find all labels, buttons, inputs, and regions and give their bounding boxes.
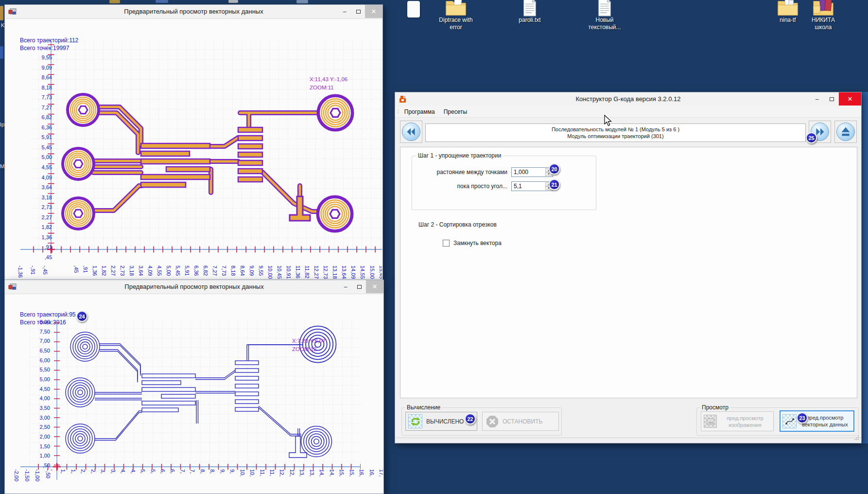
- view-legend: Просмотр: [700, 404, 730, 411]
- y-tick-label: ,50: [43, 463, 50, 468]
- y-tick-label: 3,50: [40, 406, 50, 411]
- x-tick-label: 16,: [368, 469, 375, 493]
- x-tick-label: 6,36: [193, 265, 199, 279]
- close-vectors-checkbox[interactable]: [443, 240, 450, 247]
- x-tick-label: 9,: [229, 469, 235, 493]
- angle-spinner[interactable]: 5,1 ▲▼: [511, 181, 553, 191]
- y-axis-labels: 9,559,098,648,187,737,276,826,365,915,45…: [22, 55, 52, 260]
- cut-icon-sliver: [156, 0, 168, 3]
- x-tick-label: 15,: [338, 469, 345, 493]
- y-axis-labels: 8,007,507,006,506,005,505,004,504,003,50…: [21, 319, 50, 468]
- y-tick-label: 2,73: [42, 205, 52, 210]
- cursor-coords-readout: X:11,43 Y:-1,06 ZOOM:11: [310, 75, 347, 92]
- menu-item-program[interactable]: Программа: [400, 107, 439, 117]
- x-tick-label: 10,: [239, 469, 245, 493]
- annotation-badge-24: 24: [76, 311, 87, 322]
- angle-value: 5,1: [514, 183, 522, 190]
- y-tick-label: 8,18: [42, 85, 52, 90]
- preview-image-label-line2: изображения: [717, 422, 773, 428]
- y-tick-label: 6,00: [40, 358, 50, 363]
- close-button[interactable]: ✕: [366, 280, 383, 293]
- desktop-icon-label: текстовый...: [579, 24, 630, 31]
- run-module-button[interactable]: [834, 121, 857, 143]
- x-tick-label: 12,: [278, 469, 285, 493]
- y-tick-label: 6,36: [42, 125, 52, 130]
- x-tick-label: 14,09: [350, 265, 356, 279]
- x-tick-label: 13,18: [331, 265, 338, 279]
- y-tick-label: 8,00: [40, 319, 50, 325]
- x-tick-label: ,45: [73, 265, 79, 279]
- resize-grip-icon[interactable]: [854, 433, 859, 442]
- window-titlebar[interactable]: Предварительный просмотр векторных данны…: [5, 280, 383, 294]
- preview-image-label-line1: пред.просмотр: [717, 415, 773, 422]
- calculation-legend: Вычисление: [405, 404, 442, 411]
- x-tick-label: 13,: [298, 469, 305, 493]
- desktop-icon-label: paroli.txt: [504, 17, 555, 24]
- minimize-button[interactable]: –: [810, 92, 824, 106]
- y-tick-label: 2,00: [40, 434, 50, 440]
- x-tick-label: 14,: [329, 469, 335, 493]
- y-tick-label: 5,91: [42, 135, 52, 140]
- x-tick-label: 1,36: [91, 265, 98, 279]
- cut-icon-label: Ip: [0, 122, 4, 127]
- x-tick-label: 12,73: [322, 265, 329, 279]
- x-tick-label: -1,50: [24, 469, 30, 493]
- window-title: Предварительный просмотр векторных данны…: [5, 5, 382, 18]
- distance-spinner[interactable]: 1,000 ▲▼: [511, 167, 553, 177]
- y-tick-label: 9,09: [42, 65, 52, 71]
- maximize-button[interactable]: [351, 5, 365, 18]
- close-vectors-checkbox-label: Замкнуть вектора: [453, 240, 502, 247]
- x-tick-label: 7,: [189, 469, 195, 493]
- desktop-icon-diptrace[interactable]: Diptrace with error: [431, 0, 481, 31]
- maximize-button[interactable]: [352, 280, 366, 293]
- x-tick-label: 14,55: [359, 265, 365, 279]
- y-tick-label: 9,55: [42, 55, 52, 60]
- cursor-coords-readout: X:7,20 Y:6,07 ZOOM:12: [292, 337, 326, 353]
- desktop-icon-nikita[interactable]: НИКИТА школа: [798, 0, 849, 31]
- close-button[interactable]: ✕: [839, 92, 861, 106]
- preview-vector-button[interactable]: пред.просмотр векторных данных: [780, 410, 854, 432]
- stop-button-label: ОСТАНОВИТЬ: [503, 418, 542, 425]
- annotation-badge-20: 20: [549, 163, 560, 175]
- x-tick-label: 7,73: [221, 265, 227, 279]
- distance-value: 1,000: [514, 169, 528, 176]
- x-tick-label: 3,18: [128, 265, 135, 279]
- y-tick-label: 1,82: [42, 225, 52, 230]
- y-tick-label: 4,50: [40, 387, 50, 392]
- cut-icon-sliver: [0, 6, 3, 20]
- maximize-button[interactable]: [824, 92, 839, 106]
- x-axis-labels: ,45,911,361,822,272,733,183,644,094,555,…: [73, 265, 382, 279]
- x-tick-label: 4,55: [156, 265, 162, 279]
- y-tick-label: 4,55: [42, 165, 52, 170]
- cut-icon-sliver: [296, 0, 308, 3]
- status-strip: [395, 438, 861, 443]
- y-tick-label: 5,00: [40, 377, 50, 382]
- close-button[interactable]: ✕: [365, 5, 382, 18]
- vector-plot-canvas[interactable]: [20, 40, 382, 254]
- x-axis-negative-labels: -1,36-,91-,45: [17, 265, 48, 279]
- partial-desktop-icon[interactable]: [407, 1, 420, 18]
- window-client-area: Всего траекторий:95 Всего точек:3916 24: [5, 294, 383, 493]
- y-tick-label: 7,73: [42, 95, 52, 100]
- x-tick-label: 5,45: [174, 265, 181, 279]
- window-titlebar[interactable]: Предварительный просмотр векторных данны…: [5, 5, 382, 18]
- window-titlebar[interactable]: Конструктор G-кода версия 3.2.0.12 – ✕: [395, 92, 861, 106]
- preview-image-label: пред.просмотр изображения: [717, 415, 773, 428]
- y-tick-label: 1,00: [40, 453, 50, 459]
- x-tick-label: 8,: [209, 469, 215, 493]
- minimize-button[interactable]: –: [339, 280, 352, 293]
- x-tick-label: 11,82: [304, 265, 310, 279]
- minimize-button[interactable]: –: [338, 5, 351, 18]
- x-tick-label: 11,: [269, 469, 275, 493]
- x-tick-label: 4,09: [147, 265, 153, 279]
- vector-preview-icon: [782, 414, 797, 428]
- x-tick-label: 13,64: [341, 265, 347, 279]
- x-tick-label: 8,: [199, 469, 206, 493]
- prev-module-button[interactable]: [400, 121, 422, 143]
- x-tick-label: -1,36: [17, 265, 23, 279]
- desktop-icon-paroli[interactable]: paroli.txt: [504, 0, 555, 24]
- desktop-icon-new-text[interactable]: Новый текстовый...: [579, 0, 630, 31]
- menu-item-presets[interactable]: Пресеты: [439, 107, 471, 117]
- desktop-icon-label: Diptrace with: [431, 17, 481, 24]
- x-tick-label: 1,82: [101, 265, 107, 279]
